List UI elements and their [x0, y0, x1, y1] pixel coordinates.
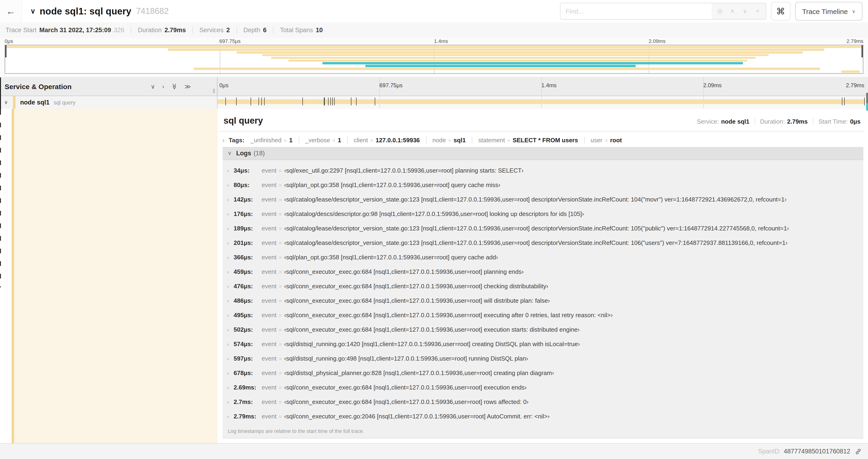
log-expand-icon[interactable]: ›	[227, 240, 229, 246]
log-expand-icon[interactable]: ›	[227, 226, 229, 231]
tag-item[interactable]: _verbose=1	[299, 137, 341, 144]
tag-equals: =	[507, 138, 510, 143]
tag-item[interactable]: statement=SELECT * FROM users	[472, 137, 578, 144]
tags-row[interactable]: › Tags: _unfinished=1_verbose=1client=12…	[223, 137, 863, 144]
viewport-drag-handle-right[interactable]	[862, 45, 863, 57]
expand-all-icon[interactable]: ≫	[185, 83, 191, 90]
log-row[interactable]: ›142μs:event=‹sql/catalog/lease/descript…	[223, 192, 863, 207]
log-row[interactable]: ›459μs:event=‹sql/conn_executor_exec.go:…	[223, 264, 863, 279]
log-equals: =	[279, 327, 282, 333]
log-timestamp: 2.69ms:	[234, 384, 258, 391]
trace-title-chevron-icon[interactable]: ∨	[30, 7, 35, 15]
log-row[interactable]: ›678μs:event=‹sql/distsql_physical_plann…	[223, 366, 863, 380]
tag-item[interactable]: client=127.0.0.1:59936	[347, 137, 420, 144]
log-row[interactable]: ›34μs:event=‹sql/exec_util.go:2297 [nsql…	[223, 163, 863, 178]
summary-value: 10	[316, 27, 323, 34]
log-row[interactable]: ›2.79ms:event=‹sql/conn_executor_exec.go…	[223, 409, 863, 424]
span-row: ∨ node sql1 sql query	[0, 96, 868, 109]
log-expand-icon[interactable]: ›	[227, 269, 229, 275]
minimap-tick-label: 697.75μs	[219, 38, 241, 44]
find-input[interactable]	[560, 3, 712, 19]
log-row[interactable]: ›597μs:event=‹sql/distsql_running.go:498…	[223, 351, 863, 366]
log-expand-icon[interactable]: ›	[227, 284, 229, 289]
log-row[interactable]: ›502μs:event=‹sql/conn_executor_exec.go:…	[223, 322, 863, 337]
log-field-key: event	[261, 239, 277, 246]
span-duration-bar[interactable]	[217, 99, 865, 104]
log-expand-icon[interactable]: ›	[227, 298, 229, 304]
log-row[interactable]: ›486μs:event=‹sql/conn_executor_exec.go:…	[223, 293, 863, 308]
log-expand-icon[interactable]: ›	[227, 313, 229, 318]
meta-value: 0μs	[850, 118, 861, 125]
log-timestamp: 2.79ms:	[234, 413, 258, 420]
log-expand-icon[interactable]: ›	[227, 255, 229, 260]
log-row[interactable]: ›176μs:event=‹sql/catalog/descs/descript…	[223, 207, 863, 221]
trace-summary-item: Trace StartMarch 31 2022, 17:25:09.326	[6, 27, 124, 34]
back-button[interactable]: ←	[0, 0, 22, 22]
log-expand-icon[interactable]: ›	[227, 370, 229, 376]
keyboard-shortcuts-button[interactable]: ⌘	[771, 2, 790, 21]
log-expand-icon[interactable]: ›	[227, 385, 229, 390]
locate-icon[interactable]: ◎	[714, 3, 726, 19]
span-row-bar-cell[interactable]	[217, 96, 865, 109]
log-row[interactable]: ›189μs:event=‹sql/catalog/lease/descript…	[223, 221, 863, 236]
span-row-name-cell[interactable]: ∨ node sql1 sql query	[0, 96, 217, 109]
collapse-one-icon[interactable]: ∨	[151, 83, 155, 90]
find-next-icon[interactable]: ∨	[739, 3, 751, 19]
log-equals: =	[279, 385, 282, 390]
log-row[interactable]: ›80μs:event=‹sql/plan_opt.go:358 [nsql1,…	[223, 178, 863, 192]
log-field-value: ‹sql/conn_executor_exec.go:684 [nsql1,cl…	[284, 268, 524, 275]
minimap-canvas[interactable]	[5, 45, 863, 74]
span-collapse-icon[interactable]: ∨	[4, 99, 8, 105]
log-expand-icon[interactable]: ›	[227, 211, 229, 217]
log-field-value: ‹sql/catalog/lease/descriptor_version_st…	[284, 225, 789, 232]
log-expand-icon[interactable]: ›	[227, 327, 229, 333]
find-prev-icon[interactable]: ∧	[726, 3, 739, 19]
tag-item[interactable]: node=sql1	[426, 137, 466, 144]
log-tick-mark	[324, 97, 324, 105]
log-expand-icon[interactable]: ›	[227, 341, 229, 347]
log-row[interactable]: ›476μs:event=‹sql/conn_executor_exec.go:…	[223, 279, 863, 293]
log-row[interactable]: ›201μs:event=‹sql/catalog/lease/descript…	[223, 236, 863, 250]
log-field-key: event	[261, 297, 277, 304]
logs-header[interactable]: ∨ Logs (18)	[223, 147, 863, 160]
tag-item[interactable]: user=root	[584, 137, 622, 144]
log-field-value: ‹sql/exec_util.go:2297 [nsql1,client=127…	[284, 167, 524, 174]
scrollbar-thumb[interactable]	[866, 93, 868, 103]
log-row[interactable]: ›2.69ms:event=‹sql/conn_executor_exec.go…	[223, 380, 863, 395]
log-expand-icon[interactable]: ›	[227, 183, 229, 188]
log-expand-icon[interactable]: ›	[227, 197, 229, 202]
panel-resizer-handle[interactable]: ∥	[213, 88, 215, 93]
span-operation-name: sql query	[54, 100, 75, 105]
log-tick-mark	[261, 97, 262, 105]
log-row[interactable]: ›366μs:event=‹sql/plan_opt.go:358 [nsql1…	[223, 250, 863, 264]
log-field-value: ‹sql/distsql_running.go:498 [nsql1,clien…	[284, 355, 528, 362]
log-row[interactable]: ›495μs:event=‹sql/conn_executor_exec.go:…	[223, 308, 863, 322]
expand-one-icon[interactable]: ›	[162, 83, 164, 90]
copy-link-button[interactable]	[855, 448, 862, 455]
summary-label: Trace Start	[6, 27, 37, 34]
view-select[interactable]: Trace Timeline ∨	[795, 2, 862, 21]
log-equals: =	[279, 356, 282, 362]
meta-start-time: Start Time: 0μs	[813, 118, 861, 125]
log-tick-mark	[264, 97, 265, 105]
log-expand-icon[interactable]: ›	[227, 399, 229, 405]
tag-item[interactable]: _unfinished=1	[250, 137, 292, 144]
find-clear-icon[interactable]: ×	[751, 3, 764, 19]
minimap-tick-label: 2.09ms	[649, 38, 665, 44]
collapse-all-icon[interactable]: ≫	[171, 83, 178, 89]
tag-key: node	[432, 137, 446, 144]
tag-key: statement	[478, 137, 505, 144]
log-expand-icon[interactable]: ›	[227, 414, 229, 419]
tags-expand-icon[interactable]: ›	[223, 137, 224, 144]
tags-label: Tags:	[229, 137, 244, 144]
log-expand-icon[interactable]: ›	[227, 356, 229, 362]
tags-list: _unfinished=1_verbose=1client=127.0.0.1:…	[250, 137, 622, 144]
log-expand-icon[interactable]: ›	[227, 168, 229, 173]
logs-collapse-icon[interactable]: ∨	[228, 150, 231, 156]
log-tick-mark	[332, 97, 333, 105]
log-row[interactable]: ›2.7ms:event=‹sql/conn_executor_exec.go:…	[223, 395, 863, 409]
log-row[interactable]: ›574μs:event=‹sql/distsql_running.go:142…	[223, 337, 863, 351]
viewport-drag-handle-left[interactable]	[5, 45, 6, 57]
tag-key: client	[354, 137, 368, 144]
log-field-key: event	[261, 398, 277, 405]
